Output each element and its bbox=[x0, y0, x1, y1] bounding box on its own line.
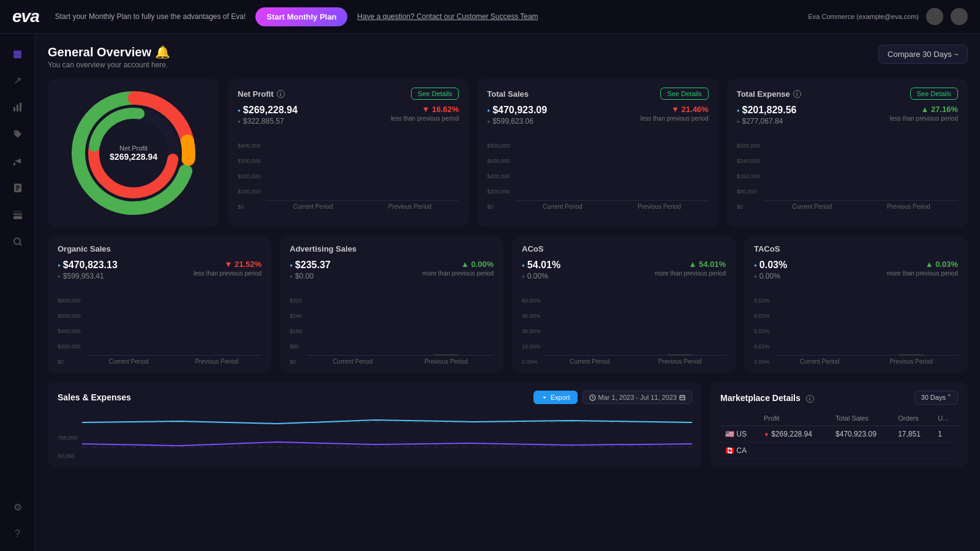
svg-point-11 bbox=[14, 238, 20, 244]
sidebar-item-campaigns[interactable] bbox=[7, 150, 29, 172]
tacos-title: TACoS bbox=[754, 244, 958, 253]
tacos-change-label: more than previous period bbox=[887, 270, 958, 277]
svg-rect-8 bbox=[13, 216, 22, 219]
sidebar-item-analytics[interactable] bbox=[7, 96, 29, 118]
sidebar-item-trending[interactable]: ↗ bbox=[7, 69, 29, 91]
market-flag-us: 🇺🇸 US bbox=[720, 426, 759, 443]
sidebar-item-search[interactable] bbox=[7, 231, 29, 253]
net-profit-change-label: less than previous period bbox=[391, 115, 459, 122]
svg-rect-2 bbox=[20, 103, 21, 111]
total-expense-values: $201,829.56 $277,067.84 ▲ 27.16% less th… bbox=[737, 105, 958, 126]
advertising-sales-change: ▲ 0.00% bbox=[423, 260, 494, 269]
advertising-sales-primary: $235.37 bbox=[290, 260, 331, 271]
tacos-card: TACoS 0.03% 0.00% ▲ 0.03% more than prev… bbox=[744, 236, 968, 373]
total-expense-change: ▲ 27.16% bbox=[890, 105, 958, 114]
organic-sales-secondary: $599,953.41 bbox=[58, 272, 118, 280]
page-header: General Overview 🔔 You can overview your… bbox=[48, 45, 968, 69]
total-sales-change: ▼ 21.46% bbox=[640, 105, 708, 114]
ca-last bbox=[933, 443, 958, 459]
compare-button[interactable]: Compare 30 Days ~ bbox=[878, 45, 968, 64]
us-total-sales: $470,923.09 bbox=[831, 426, 893, 443]
small-cards-row: Organic Sales $470,823.13 $599,953.41 ▼ … bbox=[48, 236, 968, 373]
net-profit-prev-label: Previous Period bbox=[388, 203, 432, 210]
organic-sales-card: Organic Sales $470,823.13 $599,953.41 ▼ … bbox=[48, 236, 271, 373]
acos-primary: 54.01% bbox=[522, 260, 560, 271]
acos-values: 54.01% 0.00% ▲ 54.01% more than previous… bbox=[522, 260, 726, 280]
marketplace-days-button[interactable]: 30 Days ˅ bbox=[914, 391, 958, 405]
acos-card: ACoS 54.01% 0.00% ▲ 54.01% more than pre… bbox=[512, 236, 736, 373]
donut-card: Net Profit $269,228.94 bbox=[48, 79, 219, 227]
acos-secondary: 0.00% bbox=[522, 272, 560, 280]
col-market bbox=[720, 411, 759, 426]
net-profit-title: Net Profit i bbox=[238, 89, 285, 99]
acos-change-label: more than previous period bbox=[655, 270, 726, 277]
svg-rect-3 bbox=[13, 163, 15, 165]
main-content: General Overview 🔔 You can overview your… bbox=[36, 34, 980, 551]
svg-line-12 bbox=[20, 244, 21, 246]
logo: eva bbox=[12, 7, 39, 26]
total-expense-info-icon[interactable]: i bbox=[793, 90, 801, 98]
total-sales-see-details[interactable]: See Details bbox=[660, 88, 708, 100]
acos-change: ▲ 54.01% bbox=[655, 260, 726, 269]
table-row: 🇺🇸 US ▼ $269,228.94 $470,923.09 17,851 1 bbox=[720, 426, 958, 443]
total-sales-change-label: less than previous period bbox=[640, 115, 708, 122]
start-plan-button[interactable]: Start Monthly Plan bbox=[255, 7, 347, 26]
ca-total-sales bbox=[831, 443, 893, 459]
total-expense-secondary: $277,067.84 bbox=[737, 117, 797, 126]
total-expense-card: Total Expense i See Details $201,829.56 … bbox=[727, 79, 968, 227]
export-button[interactable]: Export bbox=[533, 391, 578, 404]
sidebar-item-dashboard[interactable]: ▦ bbox=[7, 42, 29, 64]
total-sales-card: Total Sales See Details $470,923.09 $599… bbox=[477, 79, 718, 227]
net-profit-values: $269,228.94 $322,885.57 ▼ 16.62% less th… bbox=[238, 105, 459, 126]
us-last: 1 bbox=[933, 426, 958, 443]
top-nav-right: Eva Commerce (example@eva.com) bbox=[809, 8, 968, 25]
tacos-secondary: 0.00% bbox=[754, 272, 787, 280]
top-cards-row: Net Profit $269,228.94 Net Profit i See … bbox=[48, 79, 968, 227]
total-expense-change-label: less than previous period bbox=[890, 115, 958, 122]
ca-orders bbox=[893, 443, 933, 459]
total-expense-title: Total Expense i bbox=[737, 89, 801, 99]
contact-link[interactable]: Have a question? Contact our Customer Su… bbox=[357, 12, 538, 21]
us-profit: ▼ $269,228.94 bbox=[759, 426, 831, 443]
date-range-selector[interactable]: Mar 1, 2023 - Jul 11, 2023 bbox=[582, 391, 692, 404]
chart-y-bottom: 60,000 bbox=[58, 453, 75, 459]
avatar[interactable] bbox=[926, 8, 943, 25]
ca-profit bbox=[759, 443, 831, 459]
sidebar-item-orders[interactable] bbox=[7, 177, 29, 199]
total-sales-secondary: $599,623.06 bbox=[487, 117, 547, 126]
top-nav-text: Start your Monthly Plan to fully use the… bbox=[55, 12, 246, 21]
page-title-block: General Overview 🔔 You can overview your… bbox=[48, 45, 170, 69]
organic-sales-change: ▼ 21.52% bbox=[194, 260, 262, 269]
avatar-2[interactable] bbox=[951, 8, 968, 25]
table-header-row: Profit Total Sales Orders U... bbox=[720, 411, 958, 426]
total-sales-title: Total Sales bbox=[487, 89, 529, 99]
marketplace-section: Marketplace Details i 30 Days ˅ Profit T… bbox=[710, 382, 968, 468]
bottom-row: Sales & Expenses Export Mar 1, 2023 - Ju… bbox=[48, 382, 968, 468]
sales-expenses-chart: 750,000 60,000 bbox=[58, 410, 692, 459]
organic-sales-title: Organic Sales bbox=[58, 244, 262, 253]
advertising-sales-card: Advertising Sales $235.37 $0.00 ▲ 0.00% … bbox=[280, 236, 503, 373]
net-profit-see-details[interactable]: See Details bbox=[411, 88, 459, 100]
sales-expenses-header: Sales & Expenses Export Mar 1, 2023 - Ju… bbox=[58, 391, 692, 404]
page-subtitle: You can overview your account here. bbox=[48, 61, 170, 69]
acos-title: ACoS bbox=[522, 244, 726, 253]
net-profit-info-icon[interactable]: i bbox=[277, 90, 285, 98]
donut-value: $269,228.94 bbox=[110, 152, 157, 162]
sidebar-item-settings[interactable]: ⚙ bbox=[7, 496, 29, 518]
svg-rect-1 bbox=[17, 105, 18, 111]
marketplace-info-icon[interactable]: i bbox=[806, 395, 814, 403]
svg-rect-9 bbox=[13, 213, 22, 216]
sidebar-item-tags[interactable] bbox=[7, 123, 29, 145]
advertising-sales-change-label: more than previous period bbox=[423, 270, 494, 277]
col-orders: Orders bbox=[893, 411, 933, 426]
total-expense-see-details[interactable]: See Details bbox=[910, 88, 958, 100]
marketplace-header: Marketplace Details i 30 Days ˅ bbox=[720, 391, 958, 405]
col-last: U... bbox=[933, 411, 958, 426]
donut-label: Net Profit bbox=[110, 144, 157, 152]
top-nav: eva Start your Monthly Plan to fully use… bbox=[0, 0, 980, 34]
sidebar-item-inventory[interactable] bbox=[7, 204, 29, 226]
sidebar-item-help[interactable]: ? bbox=[7, 523, 29, 545]
market-flag-ca: 🇨🇦 CA bbox=[720, 443, 759, 459]
net-profit-primary: $269,228.94 bbox=[238, 105, 298, 116]
net-profit-header: Net Profit i See Details bbox=[238, 88, 459, 100]
